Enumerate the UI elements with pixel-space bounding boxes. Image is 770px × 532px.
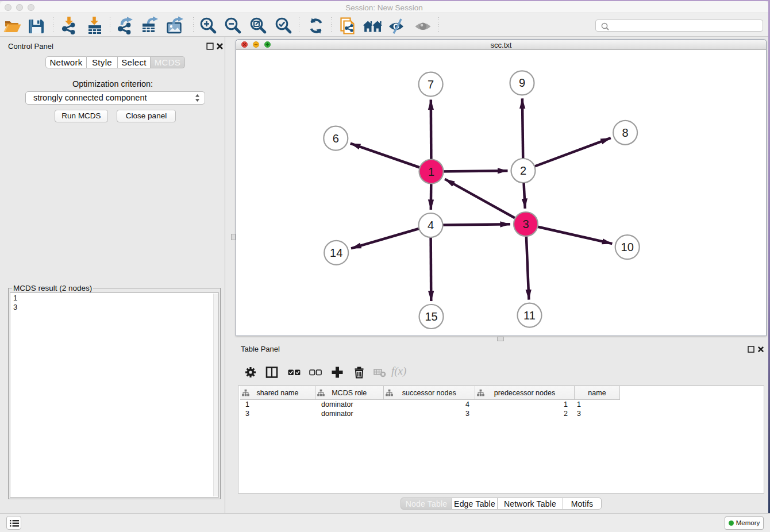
svg-text:7: 7 bbox=[428, 78, 434, 91]
svg-text:8: 8 bbox=[622, 126, 629, 139]
svg-text:9: 9 bbox=[519, 76, 525, 89]
svg-text:3: 3 bbox=[522, 218, 529, 230]
svg-text:15: 15 bbox=[425, 310, 437, 323]
svg-text:14: 14 bbox=[330, 246, 342, 259]
svg-text:6: 6 bbox=[333, 132, 339, 145]
svg-text:11: 11 bbox=[523, 309, 536, 322]
svg-text:1: 1 bbox=[428, 165, 434, 178]
svg-text:2: 2 bbox=[520, 164, 526, 177]
svg-text:4: 4 bbox=[428, 219, 434, 232]
svg-text:10: 10 bbox=[621, 241, 634, 253]
